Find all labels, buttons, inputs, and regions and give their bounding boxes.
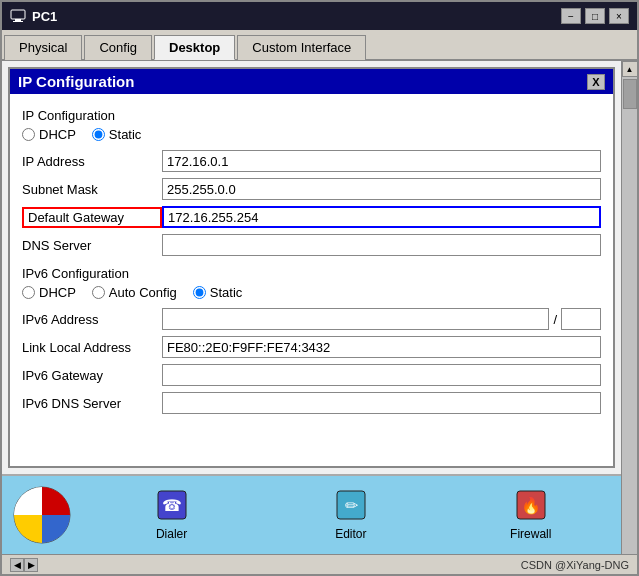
dialer-app[interactable]: ☎ Dialer [152,485,192,541]
svg-text:☎: ☎ [162,497,182,514]
link-local-row: Link Local Address [22,336,601,358]
dialer-label: Dialer [156,527,187,541]
scroll-left-button[interactable]: ◀ [10,558,24,572]
ipv6-address-row: IPv6 Address / [22,308,601,330]
ipv6-slash: / [549,312,561,327]
autoconfig-label: Auto Config [109,285,177,300]
default-gateway-row: Default Gateway [22,206,601,228]
computer-icon [10,9,26,23]
svg-text:✏: ✏ [344,497,358,514]
static6-radio-label[interactable]: Static [193,285,243,300]
autoconfig-radio[interactable] [92,286,105,299]
minimize-button[interactable]: − [561,8,581,24]
svg-rect-1 [15,19,21,21]
editor-app[interactable]: ✏ Editor [331,485,371,541]
content-area: IP Configuration X IP Configuration DHCP [2,61,637,554]
ipv6-dns-input[interactable] [162,392,601,414]
dns-server-row: DNS Server [22,234,601,256]
static-radio-label[interactable]: Static [92,127,142,142]
desktop-bottom: ☎ Dialer ✏ Editor [2,474,621,554]
scroll-right-button[interactable]: ▶ [24,558,38,572]
ip-config-body: IP Configuration DHCP Static IP [10,94,613,466]
main-panel: IP Configuration X IP Configuration DHCP [2,61,621,554]
ipv6-address-input[interactable] [162,308,549,330]
main-window: PC1 − □ × Physical Config Desktop Custom… [0,0,639,576]
tab-bar: Physical Config Desktop Custom Interface [2,30,637,61]
ip-config-close-button[interactable]: X [587,74,605,90]
default-gateway-input[interactable] [162,206,601,228]
status-left: ◀ ▶ [10,558,38,572]
dhcp-label: DHCP [39,127,76,142]
ip-address-row: IP Address [22,150,601,172]
dns-server-label: DNS Server [22,238,162,253]
title-bar-controls: − □ × [561,8,629,24]
status-bar: ◀ ▶ CSDN @XiYang-DNG [2,554,637,574]
attribution-label: CSDN @XiYang-DNG [521,559,629,571]
pc-desktop-icon [2,477,82,553]
ipv6-dns-label: IPv6 DNS Server [22,396,162,411]
ipv6-gateway-row: IPv6 Gateway [22,364,601,386]
static-radio[interactable] [92,128,105,141]
dns-server-input[interactable] [162,234,601,256]
link-local-input[interactable] [162,336,601,358]
ipv6-prefix-input[interactable] [561,308,601,330]
static-label: Static [109,127,142,142]
scroll-up-button[interactable]: ▲ [622,61,638,77]
pc-pie-icon [12,485,72,545]
maximize-button[interactable]: □ [585,8,605,24]
ipv6-address-wrapper: / [162,308,601,330]
subnet-mask-row: Subnet Mask [22,178,601,200]
static6-label: Static [210,285,243,300]
editor-icon: ✏ [331,485,371,525]
subnet-mask-label: Subnet Mask [22,182,162,197]
default-gateway-label: Default Gateway [22,207,162,228]
ip-config-panel: IP Configuration X IP Configuration DHCP [8,67,615,468]
close-button[interactable]: × [609,8,629,24]
ip-config-header: IP Configuration X [10,69,613,94]
static6-radio[interactable] [193,286,206,299]
ip-mode-row: DHCP Static [22,127,601,142]
dialer-icon: ☎ [152,485,192,525]
title-bar-left: PC1 [10,9,57,24]
tab-custom-interface[interactable]: Custom Interface [237,35,366,60]
firewall-icon: 🔥 [511,485,551,525]
subnet-mask-input[interactable] [162,178,601,200]
svg-text:🔥: 🔥 [521,496,541,515]
svg-rect-2 [13,21,23,22]
firewall-app[interactable]: 🔥 Firewall [510,485,551,541]
ip-address-input[interactable] [162,150,601,172]
ip-address-label: IP Address [22,154,162,169]
autoconfig-radio-label[interactable]: Auto Config [92,285,177,300]
scroll-thumb[interactable] [623,79,637,109]
dhcp-radio[interactable] [22,128,35,141]
tab-physical[interactable]: Physical [4,35,82,60]
ipv4-section-label: IP Configuration [22,108,601,123]
svg-rect-0 [11,10,25,19]
tab-desktop[interactable]: Desktop [154,35,235,60]
ipv6-gateway-label: IPv6 Gateway [22,368,162,383]
editor-label: Editor [335,527,366,541]
ipv6-mode-row: DHCP Auto Config Static [22,285,601,300]
ipv6-address-label: IPv6 Address [22,312,162,327]
firewall-label: Firewall [510,527,551,541]
link-local-label: Link Local Address [22,340,162,355]
right-scrollbar: ▲ [621,61,637,554]
dhcp6-radio[interactable] [22,286,35,299]
bottom-apps: ☎ Dialer ✏ Editor [82,485,621,545]
ipv6-section-label: IPv6 Configuration [22,266,601,281]
tab-config[interactable]: Config [84,35,152,60]
title-bar: PC1 − □ × [2,2,637,30]
dhcp-radio-label[interactable]: DHCP [22,127,76,142]
window-title: PC1 [32,9,57,24]
dhcp6-label: DHCP [39,285,76,300]
dhcp6-radio-label[interactable]: DHCP [22,285,76,300]
ipv6-gateway-input[interactable] [162,364,601,386]
ipv6-dns-row: IPv6 DNS Server [22,392,601,414]
ip-config-title: IP Configuration [18,73,134,90]
